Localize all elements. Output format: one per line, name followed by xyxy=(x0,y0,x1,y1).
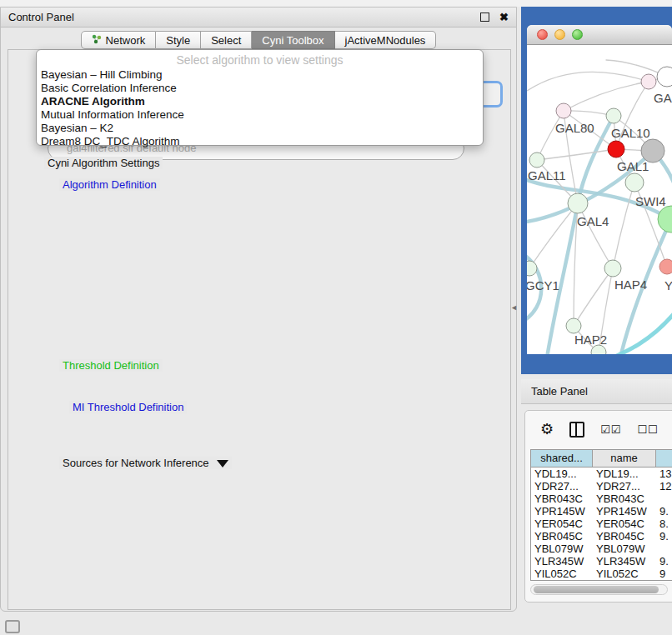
table-row[interactable]: YLR345WYLR345W9. xyxy=(531,555,672,568)
network-canvas[interactable]: GALGAL80GAL10GAL1GAL11SWI4GAL4GCY1HAP4YH… xyxy=(527,45,672,354)
table-cell: YDR27... xyxy=(593,480,656,492)
algorithm-list-item[interactable]: Basic Correlation Inference xyxy=(37,82,483,95)
gear-icon[interactable]: ⚙ xyxy=(540,422,554,437)
network-edge[interactable] xyxy=(613,182,634,268)
table-cell: 9. xyxy=(656,555,672,568)
network-node-label: GAL80 xyxy=(555,121,594,135)
network-node[interactable] xyxy=(604,260,621,277)
tab-jactivemnodules[interactable]: jActiveMNodules xyxy=(335,31,437,49)
unchecked-boxes-icon[interactable]: ☐☐ xyxy=(637,423,658,436)
split-columns-icon[interactable] xyxy=(569,422,584,438)
table-cell: 8. xyxy=(656,518,672,530)
network-node[interactable] xyxy=(606,108,621,123)
network-node[interactable] xyxy=(641,74,656,89)
tab-network[interactable]: Network xyxy=(81,31,157,49)
tab-select[interactable]: Select xyxy=(201,31,252,49)
network-node[interactable] xyxy=(657,67,672,87)
network-window: GALGAL80GAL10GAL1GAL11SWI4GAL4GCY1HAP4YH… xyxy=(527,25,672,354)
network-node[interactable] xyxy=(658,206,672,232)
table-cell: YDR27... xyxy=(531,480,593,492)
network-node-label: SWI4 xyxy=(635,194,666,208)
table-row[interactable]: YDL19...YDL19...13 xyxy=(531,468,672,480)
table-cell: YBR045C xyxy=(531,530,593,542)
table-cell: YBR043C xyxy=(531,492,593,505)
network-edge[interactable] xyxy=(604,310,672,354)
network-edge[interactable] xyxy=(578,203,613,268)
table-row[interactable]: YPR145WYPR145W9. xyxy=(531,505,672,518)
table-cell: YBL079W xyxy=(593,542,656,555)
tab-cyni-toolbox[interactable]: Cyni Toolbox xyxy=(252,31,334,49)
column-header-name[interactable]: name xyxy=(593,450,656,467)
algorithm-list-item[interactable]: Dream8 DC_TDC Algorithm xyxy=(37,135,483,148)
table-cell xyxy=(656,542,672,555)
network-node-label: GAL11 xyxy=(528,168,566,182)
network-node[interactable] xyxy=(556,103,571,118)
algorithm-list: Bayesian – Hill ClimbingBasic Correlatio… xyxy=(37,68,483,148)
zoom-window-icon[interactable] xyxy=(572,29,583,40)
network-node[interactable] xyxy=(659,259,672,274)
network-node[interactable] xyxy=(529,152,544,168)
table-row[interactable]: YER054CYER054C8. xyxy=(531,518,672,530)
table-body: YDL19...YDL19...13YDR27...YDR27...12YBR0… xyxy=(531,468,672,580)
table-cell: YPR145W xyxy=(593,505,656,518)
table-toolbar: ⚙ ☑☑ ☐☐ xyxy=(525,411,672,448)
network-edge[interactable] xyxy=(537,149,616,160)
control-panel-tabbar: NetworkStyleSelectCyni ToolboxjActiveMNo… xyxy=(1,31,516,49)
node-attribute-table[interactable]: shared... name A YDL19...YDL19...13YDR27… xyxy=(530,449,672,581)
table-cell: 12 xyxy=(656,480,672,492)
network-node-label: GAL1 xyxy=(617,159,649,173)
float-panel-icon[interactable] xyxy=(480,12,489,22)
minimize-window-icon[interactable] xyxy=(554,29,565,40)
network-edge[interactable] xyxy=(527,72,649,91)
network-node[interactable] xyxy=(608,141,624,158)
sources-expander[interactable]: Sources for Network Inference xyxy=(59,457,232,469)
column-header-partial[interactable]: A xyxy=(656,450,672,467)
settings-group-title: Cyni Algorithm Settings xyxy=(44,157,163,169)
table-panel-title: Table Panel xyxy=(531,385,588,398)
checked-boxes-icon[interactable]: ☑☑ xyxy=(600,423,621,436)
table-cell xyxy=(656,492,672,505)
algorithm-list-item[interactable]: Mutual Information Inference xyxy=(37,108,483,122)
control-panel-titlebar: Control Panel ✖ xyxy=(1,8,516,28)
table-cell: 9. xyxy=(656,505,672,518)
close-panel-icon[interactable]: ✖ xyxy=(499,12,509,22)
table-cell: YIL052C xyxy=(531,568,593,580)
table-hscrollbar-track[interactable] xyxy=(530,584,668,595)
table-row[interactable]: YIL052CYIL052C9 xyxy=(531,568,672,580)
sources-title: Sources for Network Inference xyxy=(63,457,209,469)
table-cell: YBR045C xyxy=(593,530,656,542)
panel-splitter-handle[interactable]: ◄ xyxy=(510,303,518,312)
network-node[interactable] xyxy=(527,261,537,276)
tab-label: Cyni Toolbox xyxy=(262,34,323,47)
table-cell: YIL052C xyxy=(593,568,656,580)
algorithm-list-item[interactable]: Bayesian – Hill Climbing xyxy=(37,68,483,82)
network-window-frame: GALGAL80GAL10GAL1GAL11SWI4GAL4GCY1HAP4YH… xyxy=(521,7,672,374)
minimized-panel-icon[interactable] xyxy=(5,620,20,633)
tab-label: Select xyxy=(211,34,241,47)
network-node-label: GAL4 xyxy=(577,214,609,228)
network-node-label: Y xyxy=(664,278,672,292)
close-window-icon[interactable] xyxy=(537,29,548,40)
network-edge[interactable] xyxy=(574,268,613,326)
network-node[interactable] xyxy=(568,193,588,213)
tab-label: Network xyxy=(106,34,146,47)
network-node[interactable] xyxy=(625,173,644,192)
table-row[interactable]: YBL079WYBL079W xyxy=(531,542,672,555)
column-header-shared-name[interactable]: shared... xyxy=(531,450,593,467)
table-hscrollbar-thumb[interactable] xyxy=(534,586,659,593)
table-row[interactable]: YDR27...YDR27...12 xyxy=(531,480,672,492)
table-row[interactable]: YBR045CYBR045C9. xyxy=(531,530,672,542)
table-row[interactable]: YBR043CYBR043C xyxy=(531,492,672,505)
algorithm-list-item[interactable]: Bayesian – K2 xyxy=(37,122,483,135)
table-cell: YER054C xyxy=(531,518,593,530)
network-edge[interactable] xyxy=(564,82,649,111)
table-panel-card: ⚙ ☑☑ ☐☐ shared... name A YDL19...YDL19..… xyxy=(524,410,672,602)
algorithm-dropdown-popup: Select algorithm to view settings Bayesi… xyxy=(36,49,484,146)
network-edge[interactable] xyxy=(537,111,564,160)
tab-style[interactable]: Style xyxy=(156,31,201,49)
table-cell: YLR345W xyxy=(531,555,593,568)
network-node[interactable] xyxy=(566,318,581,333)
algorithm-list-item[interactable]: ARACNE Algorithm xyxy=(37,95,483,108)
table-cell: YPR145W xyxy=(531,505,593,518)
top-strip xyxy=(0,0,672,7)
